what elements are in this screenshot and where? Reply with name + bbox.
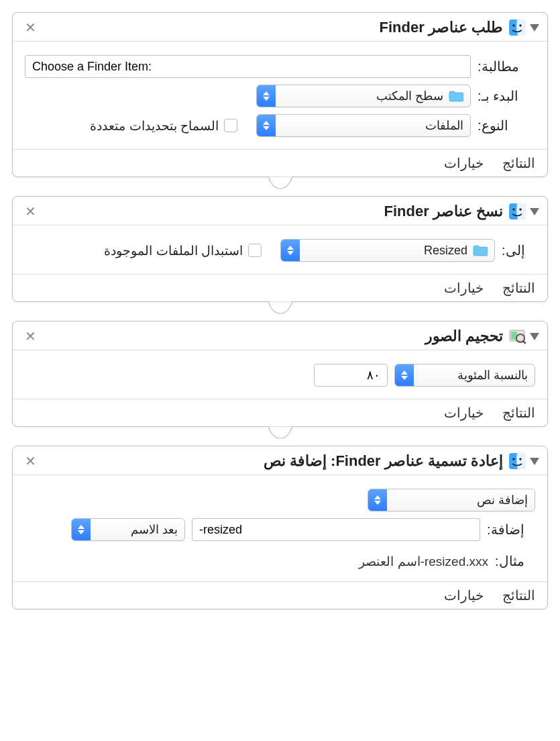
example-label: مثال: [495, 553, 535, 569]
close-icon[interactable]: ✕ [21, 202, 40, 221]
position-popup[interactable]: بعد الاسم [71, 518, 185, 541]
workflow-connector [12, 426, 548, 446]
action-body: إضافة نص إضافة: بعد الاسم مثال: اسم العن… [13, 475, 547, 581]
example-value: اسم العنصر-resized.xxx [359, 554, 488, 569]
action-scale-images: تحجيم الصور ✕ بالنسبة المئوية النتائج خي… [12, 321, 548, 427]
scale-percentage-input[interactable] [314, 364, 388, 387]
rename-mode-popup[interactable]: إضافة نص [368, 489, 535, 511]
action-ask-finder-items: طلب عناصر Finder ✕ مطالبة: البدء بـ: سطح… [12, 12, 548, 177]
add-text-label: إضافة: [487, 522, 535, 538]
chevron-up-down-icon [72, 519, 91, 540]
options-button[interactable]: خيارات [444, 280, 484, 296]
type-label: النوع: [478, 117, 535, 134]
finder-icon [508, 19, 526, 36]
chevron-up-down-icon [368, 489, 387, 511]
action-body: إلى: Resized استبدال الملفات الموجودة [13, 226, 547, 274]
workflow-connector [12, 301, 548, 322]
type-popup[interactable]: الملفات [256, 114, 471, 137]
prompt-input[interactable] [25, 55, 471, 78]
disclosure-triangle-icon[interactable] [530, 333, 539, 340]
results-button[interactable]: النتائج [502, 155, 535, 171]
disclosure-triangle-icon[interactable] [530, 24, 539, 32]
action-body: مطالبة: البدء بـ: سطح المكتب النوع: المل… [13, 42, 547, 149]
start-at-value: سطح المكتب [376, 89, 443, 103]
finder-icon [508, 203, 526, 220]
results-button[interactable]: النتائج [502, 280, 535, 296]
workflow-connector [12, 177, 548, 197]
finder-icon [508, 452, 526, 470]
options-button[interactable]: خيارات [444, 587, 484, 603]
action-title: إعادة تسمية عناصر Finder: إضافة نص [40, 452, 503, 470]
chevron-up-down-icon [281, 240, 300, 261]
start-at-popup[interactable]: سطح المكتب [256, 85, 471, 107]
chevron-up-down-icon [395, 364, 414, 386]
action-footer: النتائج خيارات [13, 149, 547, 177]
action-rename-finder-items: إعادة تسمية عناصر Finder: إضافة نص ✕ إضا… [12, 446, 548, 609]
results-button[interactable]: النتائج [502, 405, 535, 421]
replace-existing-checkbox[interactable] [248, 244, 262, 257]
to-folder-value: Resized [424, 244, 467, 258]
action-header: طلب عناصر Finder ✕ [13, 13, 547, 42]
action-header: نسخ عناصر Finder ✕ [13, 197, 547, 226]
replace-existing-label: استبدال الملفات الموجودة [104, 243, 243, 258]
scale-mode-value: بالنسبة المئوية [457, 368, 528, 383]
action-footer: النتائج خيارات [13, 399, 547, 426]
to-folder-popup[interactable]: Resized [280, 239, 495, 262]
close-icon[interactable]: ✕ [21, 327, 40, 346]
options-button[interactable]: خيارات [444, 405, 484, 421]
add-text-input[interactable] [192, 518, 480, 541]
action-header: إعادة تسمية عناصر Finder: إضافة نص ✕ [13, 446, 547, 475]
disclosure-triangle-icon[interactable] [530, 458, 539, 465]
options-button[interactable]: خيارات [444, 155, 484, 171]
to-label: إلى: [502, 242, 535, 258]
start-at-label: البدء بـ: [478, 88, 535, 104]
action-footer: النتائج خيارات [13, 581, 547, 609]
close-icon[interactable]: ✕ [21, 18, 40, 37]
allow-multiple-label: السماح بتحديدات متعددة [90, 118, 219, 134]
close-icon[interactable]: ✕ [21, 452, 40, 471]
action-title: طلب عناصر Finder [40, 19, 503, 36]
scale-mode-popup[interactable]: بالنسبة المئوية [394, 364, 535, 387]
chevron-up-down-icon [257, 115, 276, 136]
preview-icon [508, 328, 526, 345]
disclosure-triangle-icon[interactable] [530, 208, 539, 215]
results-button[interactable]: النتائج [502, 587, 535, 603]
chevron-up-down-icon [257, 85, 276, 107]
folder-icon [473, 244, 488, 256]
action-title: نسخ عناصر Finder [40, 203, 503, 220]
prompt-label: مطالبة: [478, 58, 535, 75]
folder-icon [449, 90, 463, 102]
action-header: تحجيم الصور ✕ [13, 322, 547, 350]
action-title: تحجيم الصور [40, 328, 503, 345]
action-body: بالنسبة المئوية [13, 350, 547, 399]
position-value: بعد الاسم [131, 522, 178, 537]
rename-mode-value: إضافة نص [477, 493, 528, 507]
action-copy-finder-items: نسخ عناصر Finder ✕ إلى: Resized استبدال … [12, 196, 548, 302]
allow-multiple-checkbox[interactable] [224, 119, 237, 132]
action-footer: النتائج خيارات [13, 274, 547, 301]
type-value: الملفات [425, 118, 463, 133]
